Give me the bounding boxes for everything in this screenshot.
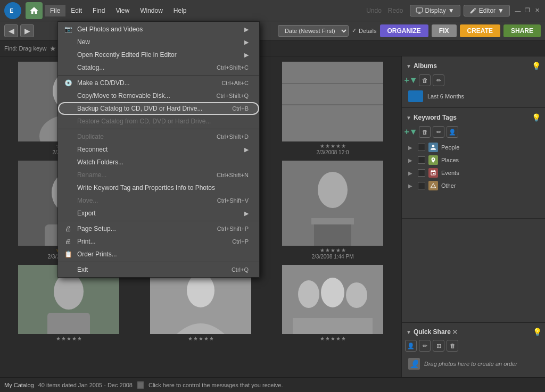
- menu-item-write-keyword[interactable]: Write Keyword Tag and Properties Info to…: [58, 181, 259, 194]
- menu-item-new[interactable]: New ▶: [58, 36, 259, 48]
- file-menu-dropdown: 📷 Get Photos and Videos ▶ New ▶ Open Rec…: [57, 21, 260, 278]
- menu-item-rename[interactable]: Rename... Ctrl+Shift+N: [58, 169, 259, 181]
- menu-item-print[interactable]: 🖨 Print... Ctrl+P: [58, 235, 259, 248]
- menu-section-exit: Exit Ctrl+Q: [58, 262, 259, 277]
- order-icon: 📋: [63, 249, 73, 259]
- menu-item-catalog[interactable]: Catalog... Ctrl+Shift+C: [58, 61, 259, 74]
- menu-item-duplicate[interactable]: Duplicate Ctrl+Shift+D: [58, 130, 259, 143]
- print-icon: 🖨: [63, 237, 73, 246]
- menu-item-order-prints[interactable]: 📋 Order Prints...: [58, 248, 259, 261]
- menu-section-disk: 💿 Make a CD/DVD... Ctrl+Alt+C Copy/Move …: [58, 76, 259, 129]
- menu-overlay: 📷 Get Photos and Videos ▶ New ▶ Open Rec…: [0, 0, 545, 392]
- menu-item-make-cd[interactable]: 💿 Make a CD/DVD... Ctrl+Alt+C: [58, 77, 259, 89]
- menu-item-backup-catalog[interactable]: Backup Catalog to CD, DVD or Hard Drive.…: [58, 102, 259, 115]
- menu-item-move[interactable]: Move... Ctrl+Shift+V: [58, 194, 259, 207]
- menu-item-exit[interactable]: Exit Ctrl+Q: [58, 263, 259, 276]
- menu-item-reconnect[interactable]: Reconnect ▶: [58, 143, 259, 156]
- menu-section-top: 📷 Get Photos and Videos ▶ New ▶ Open Rec…: [58, 22, 259, 76]
- cd-icon: 💿: [63, 78, 73, 88]
- menu-item-restore-catalog[interactable]: Restore Catalog from CD, DVD or Hard Dri…: [58, 115, 259, 128]
- menu-item-get-photos[interactable]: 📷 Get Photos and Videos ▶: [58, 23, 259, 36]
- get-photos-icon: 📷: [63, 24, 73, 34]
- printer-icon: 🖨: [63, 224, 73, 233]
- menu-section-print: 🖨 Page Setup... Ctrl+Shift+P 🖨 Print... …: [58, 221, 259, 262]
- menu-section-organize: Duplicate Ctrl+Shift+D Reconnect ▶ Watch…: [58, 129, 259, 221]
- menu-item-watch-folders[interactable]: Watch Folders...: [58, 156, 259, 169]
- menu-item-open-recently[interactable]: Open Recently Edited File in Editor ▶: [58, 48, 259, 61]
- menu-item-copy-move[interactable]: Copy/Move to Removable Disk... Ctrl+Shif…: [58, 89, 259, 102]
- menu-item-export[interactable]: Export ▶: [58, 207, 259, 220]
- menu-item-page-setup[interactable]: 🖨 Page Setup... Ctrl+Shift+P: [58, 222, 259, 235]
